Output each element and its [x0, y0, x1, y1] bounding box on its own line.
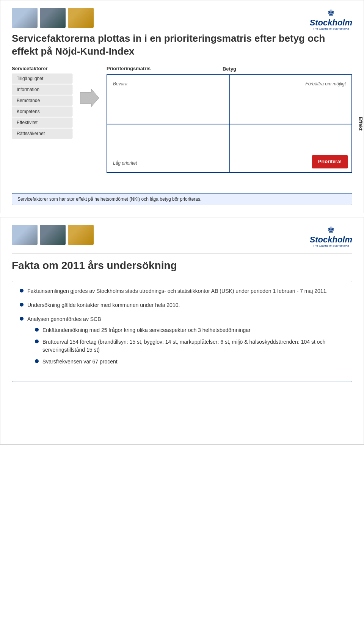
sub-bullet-list: Enkätundersökning med 25 frågor kring ol… — [35, 326, 344, 366]
slide1-content: Servicefaktorer Tillgänglighet Informati… — [12, 66, 352, 187]
bullet-text-2: Undersökning gällde kontakter med kommun… — [27, 301, 180, 309]
quadrant-prioritera: Prioritera! — [312, 155, 348, 168]
sf-item-effektivitet: Effektivitet — [12, 118, 72, 127]
header-image-3 — [68, 8, 94, 28]
sf-item-information: Information — [12, 85, 72, 94]
header-images — [12, 8, 352, 28]
quadrant-forbattra: Förbättra om möjligt — [305, 81, 346, 87]
quadrant-lag: Låg prioritet — [113, 160, 137, 167]
slide2-title: Fakta om 2011 års undersökning — [12, 259, 352, 272]
sub-bullet-dot-1 — [35, 328, 39, 332]
bullet-text-3: Analysen genomfördes av SCB — [27, 316, 101, 322]
matrix-betyg-label: Betyg — [223, 66, 236, 72]
slide2-header-images — [12, 225, 94, 245]
header-image-1 — [12, 8, 38, 28]
slide2-image-1 — [12, 225, 38, 245]
slide2-image-2 — [40, 225, 66, 245]
bullet-item-1: Faktainsamlingen gjordes av Stockholms s… — [20, 287, 344, 295]
sub-bullet-item-1: Enkätundersökning med 25 frågor kring ol… — [35, 326, 344, 334]
bullet-item-3-content: Analysen genomfördes av SCB Enkätundersö… — [27, 315, 344, 370]
matrix-effekt-label: Effekt — [358, 117, 363, 131]
slide2-content-box: Faktainsamlingen gjordes av Stockholms s… — [12, 281, 352, 382]
matrix-area: Prioriteringsmatris Betyg Bevara Förbätt… — [107, 66, 352, 187]
bullet-dot-2 — [20, 303, 24, 307]
bullet-dot-3 — [20, 317, 24, 321]
bullet-item-3: Analysen genomfördes av SCB Enkätundersö… — [20, 315, 344, 370]
sub-bullet-text-3: Svarsfrekvensen var 67 procent — [42, 358, 118, 366]
arrow-icon — [80, 88, 99, 107]
header-image-2 — [40, 8, 66, 28]
logo-text: Stockholm — [310, 19, 352, 27]
bullet-text-1: Faktainsamlingen gjordes av Stockholms s… — [27, 287, 328, 295]
bullet-item-2: Undersökning gällde kontakter med kommun… — [20, 301, 344, 309]
footer-note: Servicefaktorer som har stor effekt på h… — [12, 193, 352, 205]
arrow-area — [80, 66, 99, 107]
slide2-image-3 — [68, 225, 94, 245]
bullet-dot-1 — [20, 289, 24, 292]
stockholm-logo: ♚ Stockholm The Capital of Scandinavia — [310, 8, 352, 30]
sub-bullet-item-3: Svarsfrekvensen var 67 procent — [35, 358, 344, 366]
slide2-logo-text: Stockholm — [310, 236, 352, 244]
sf-header: Servicefaktorer — [12, 66, 72, 71]
quadrant-bevara: Bevara — [113, 81, 127, 87]
slide-1: ♚ Stockholm The Capital of Scandinavia S… — [0, 0, 364, 213]
matrix-box: Bevara Förbättra om möjligt Låg priorite… — [107, 74, 352, 173]
sf-item-kompetens: Kompetens — [12, 107, 72, 116]
matrix-divider-horizontal — [107, 124, 351, 124]
slide2-stockholm-logo: ♚ Stockholm The Capital of Scandinavia — [310, 225, 352, 247]
slide2-divider — [12, 253, 352, 253]
sub-bullet-text-2: Bruttourval 154 företag (brandtillsyn: 1… — [42, 338, 344, 354]
sf-item-tillganglighet: Tillgänglighet — [12, 74, 72, 83]
slide-title: Servicefaktorerna plottas in i en priori… — [12, 32, 352, 58]
slide2-crown-icon: ♚ — [310, 225, 352, 235]
slide2-logo-subtext: The Capital of Scandinavia — [310, 244, 352, 247]
sub-bullet-item-2: Bruttourval 154 företag (brandtillsyn: 1… — [35, 338, 344, 354]
sub-bullet-dot-2 — [35, 340, 39, 343]
bullet-list: Faktainsamlingen gjordes av Stockholms s… — [20, 287, 344, 370]
svg-marker-0 — [80, 89, 99, 107]
sub-bullet-dot-3 — [35, 359, 39, 363]
servicefaktorer-column: Servicefaktorer Tillgänglighet Informati… — [12, 66, 72, 140]
crown-icon: ♚ — [310, 8, 352, 18]
slide-2: ♚ Stockholm The Capital of Scandinavia F… — [0, 217, 364, 445]
sf-item-rattssakerhet: Rättssäkerhet — [12, 129, 72, 138]
logo-subtext: The Capital of Scandinavia — [310, 27, 352, 30]
sf-item-bemotande: Bemötande — [12, 96, 72, 105]
sub-bullet-text-1: Enkätundersökning med 25 frågor kring ol… — [42, 326, 251, 334]
